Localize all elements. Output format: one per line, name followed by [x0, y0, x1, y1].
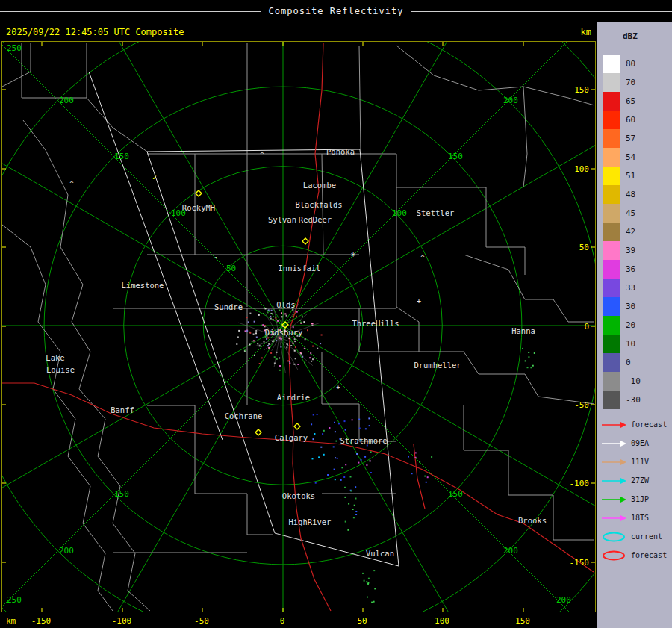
track-legend: forecast09EA111V27ZW31JP18TScurrentforec…: [601, 415, 672, 565]
legend-item-current: current: [601, 527, 672, 546]
map-symbol: ^: [69, 180, 74, 187]
x-axis-tick-label: 150: [509, 616, 536, 626]
legend-label: 27ZW: [631, 476, 649, 485]
scale-row: -30: [603, 391, 672, 409]
scale-swatch: [603, 391, 620, 409]
y-axis-unit-label: km: [566, 27, 591, 37]
scale-row: 39: [603, 241, 672, 260]
track-arrow-icon: [601, 494, 628, 505]
scale-swatch: [603, 372, 620, 391]
scale-value: 30: [626, 302, 635, 311]
radar-echoes: [236, 302, 535, 603]
storm-ellipse-icon: [601, 532, 628, 542]
scale-value: 36: [626, 264, 635, 274]
city-label: Sylvan: [268, 215, 296, 224]
scale-value: 0: [626, 358, 631, 367]
y-axis-tick-label: -150: [570, 558, 590, 568]
city-label: Vulcan: [366, 549, 394, 558]
y-axis-tick-label: 50: [579, 243, 589, 252]
map-symbol: ^: [260, 151, 264, 158]
scale-swatch: [603, 204, 620, 223]
track-arrow-icon: [601, 457, 628, 467]
scale-swatch: [603, 92, 620, 111]
radar-site-icon: [294, 423, 300, 429]
x-axis-tick-label: 50: [349, 616, 376, 626]
city-label: Louise: [46, 365, 75, 374]
scale-value: 10: [626, 339, 635, 349]
scale-row: 60: [603, 111, 672, 129]
range-label: 100: [171, 208, 186, 218]
window-title: Composite_Reflectivity: [269, 6, 404, 16]
legend-label: forecast: [631, 551, 667, 559]
city-label: ThreeHills: [352, 319, 399, 328]
radar-site-icon: [302, 238, 308, 244]
scale-row: 65: [603, 92, 672, 111]
x-axis-tick-label: -150: [28, 616, 55, 626]
scale-value: 65: [626, 96, 635, 106]
legend-label: 09EA: [631, 439, 649, 447]
radar-site-icon: [196, 190, 202, 196]
track-arrow-icon: [601, 513, 628, 523]
range-label: 150: [114, 152, 129, 161]
title-bar: Composite_Reflectivity: [0, 0, 672, 22]
scale-value: 70: [626, 78, 635, 87]
range-label: 250: [7, 595, 22, 605]
city-label: Airdrie: [277, 393, 310, 402]
scale-swatch: [603, 148, 620, 167]
legend-label: current: [631, 532, 662, 541]
city-label: Olds: [276, 300, 295, 309]
scale-row: 10: [603, 335, 672, 353]
city-label: RedDeer: [299, 215, 332, 224]
legend-item-forecast: forecast: [601, 546, 672, 565]
range-label: 200: [59, 546, 74, 556]
map-symbol: •: [214, 255, 217, 260]
map-symbol: ^: [420, 254, 425, 261]
scale-value: -10: [626, 376, 641, 386]
scale-swatch: [603, 316, 620, 335]
track-arrow-icon: [601, 438, 628, 449]
legend-item-27ZW: 27ZW: [601, 471, 672, 490]
y-axis-tick-label: 100: [574, 164, 589, 174]
map-symbol: +: [336, 383, 340, 391]
range-label: 150: [448, 152, 463, 161]
radar-map[interactable]: *++^^^•✓PonokaLacombeBlackfaldsRedDeerSy…: [1, 41, 596, 612]
scale-row: -10: [603, 372, 672, 391]
range-label: 250: [7, 43, 22, 53]
scale-value: -30: [626, 395, 641, 405]
scale-value: 39: [626, 246, 635, 255]
x-axis-unit-label: km: [6, 616, 16, 626]
radar-site-icon: [255, 429, 261, 435]
scale-row: 30: [603, 297, 672, 316]
city-label: Strathmore: [340, 436, 387, 445]
scale-row: 36: [603, 260, 672, 279]
scale-swatch: [603, 241, 620, 260]
scale-value: 20: [626, 320, 635, 330]
city-label: Hanna: [511, 326, 535, 335]
city-label: Blackfalds: [295, 200, 342, 209]
range-label: 100: [392, 208, 407, 218]
scale-swatch: [603, 353, 620, 372]
legend-item-31JP: 31JP: [601, 490, 672, 509]
city-label: Okotoks: [282, 491, 315, 500]
legend-label: forecast: [631, 420, 667, 429]
scale-row: 42: [603, 223, 672, 241]
city-label: RockyMH: [182, 203, 215, 212]
range-label: 200: [503, 546, 518, 556]
radar-display[interactable]: *++^^^•✓PonokaLacombeBlackfaldsRedDeerSy…: [2, 42, 595, 612]
legend-label: 31JP: [631, 495, 649, 503]
legend-item-111V: 111V: [601, 453, 672, 471]
city-label: Sundre: [214, 302, 243, 311]
city-label: Ponoka: [326, 147, 355, 156]
scale-row: 0: [603, 353, 672, 372]
city-label: Banff: [111, 405, 134, 414]
scale-swatch: [603, 55, 620, 73]
city-label: Didsbury: [265, 328, 303, 337]
x-axis: km -150-100-50050100150: [0, 612, 597, 628]
title-rule-right: [411, 11, 672, 12]
scale-swatch: [603, 260, 620, 279]
scale-swatch: [603, 111, 620, 129]
x-axis-tick-label: 100: [429, 616, 455, 626]
legend-item-09EA: 09EA: [601, 434, 672, 453]
scale-row: 70: [603, 73, 672, 92]
scale-swatch: [603, 129, 620, 148]
